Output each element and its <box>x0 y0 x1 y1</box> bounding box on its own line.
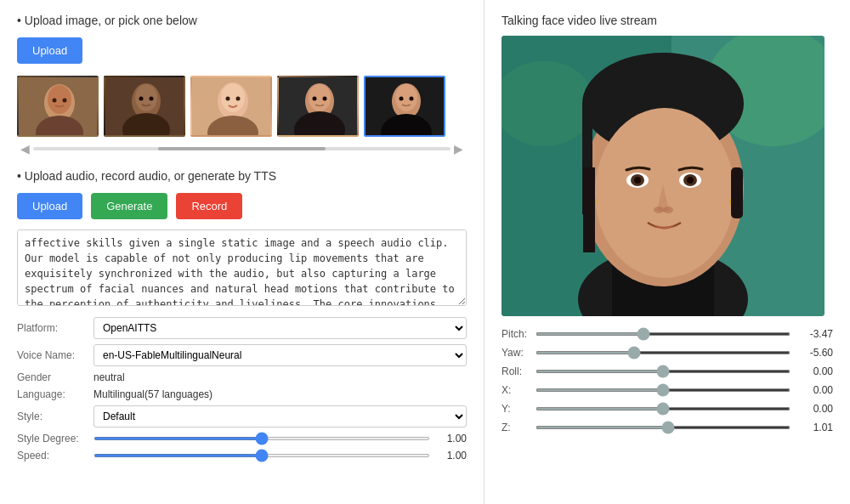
audio-section: Upload audio, record audio, or generate … <box>17 169 467 462</box>
audio-generate-button[interactable]: Generate <box>91 193 167 219</box>
scroll-left-arrow[interactable]: ◀ <box>17 142 33 156</box>
stream-title: Talking face video live stream <box>502 14 833 27</box>
face-thumb-5[interactable] <box>364 76 445 137</box>
z-value: 1.01 <box>790 422 833 433</box>
face-display <box>502 36 824 316</box>
x-value: 0.00 <box>790 384 833 396</box>
svg-point-28 <box>400 97 404 101</box>
voice-name-select[interactable]: en-US-FableMultilingualNeural <box>94 344 467 366</box>
svg-point-17 <box>236 97 241 101</box>
y-label: Y: <box>502 403 536 415</box>
scroll-thumb <box>158 147 325 150</box>
style-label: Style: <box>17 411 94 422</box>
left-panel: Upload image, or pick one below Upload <box>0 0 484 504</box>
svg-point-27 <box>395 84 417 111</box>
upload-image-button[interactable]: Upload <box>17 37 82 64</box>
thumb-svg-4 <box>279 77 359 137</box>
speed-value: 1.00 <box>437 450 467 462</box>
style-select[interactable]: Default <box>94 405 467 428</box>
svg-rect-51 <box>731 167 743 218</box>
thumb-svg-2 <box>105 77 185 137</box>
audio-record-button[interactable]: Record <box>176 193 242 219</box>
yaw-label: Yaw: <box>502 347 536 359</box>
thumb-svg-3 <box>192 77 272 137</box>
svg-point-23 <box>323 97 327 101</box>
svg-point-42 <box>634 177 641 184</box>
z-label: Z: <box>502 422 536 433</box>
y-slider[interactable] <box>536 407 790 411</box>
pitch-label: Pitch: <box>502 328 536 340</box>
pitch-value: -3.47 <box>790 328 833 340</box>
style-degree-slider[interactable] <box>94 437 430 440</box>
svg-point-22 <box>313 97 317 101</box>
style-degree-label: Style Degree: <box>17 433 94 445</box>
face-thumb-3[interactable] <box>190 76 272 137</box>
svg-point-29 <box>410 97 414 101</box>
image-section-title: Upload image, or pick one below <box>17 14 467 27</box>
roll-label: Roll: <box>502 365 536 377</box>
language-value: Multilingual(57 languages) <box>94 388 467 400</box>
z-slider[interactable] <box>536 426 790 429</box>
face-thumb-2[interactable] <box>104 76 185 137</box>
gender-label: Gender <box>17 371 94 383</box>
image-scrollbar[interactable]: ◀ ▶ <box>17 142 467 156</box>
svg-point-47 <box>663 207 673 213</box>
face-display-svg <box>502 36 824 316</box>
svg-point-16 <box>226 97 230 101</box>
svg-point-10 <box>139 97 144 101</box>
tts-text-area[interactable] <box>17 229 467 306</box>
yaw-slider[interactable] <box>536 351 790 354</box>
svg-point-9 <box>135 84 157 111</box>
settings-grid: Platform: OpenAITTS Voice Name: en-US-Fa… <box>17 317 467 462</box>
face-thumb-4[interactable] <box>277 76 359 137</box>
thumb-svg-1 <box>19 77 99 137</box>
right-panel: Talking face video live stream <box>484 0 850 504</box>
main-container: Upload image, or pick one below Upload <box>0 0 850 504</box>
audio-upload-button[interactable]: Upload <box>17 193 82 219</box>
svg-point-5 <box>63 99 67 103</box>
face-thumb-1[interactable] <box>17 76 99 137</box>
svg-point-46 <box>654 207 664 213</box>
y-value: 0.00 <box>790 403 833 415</box>
x-slider[interactable] <box>536 388 790 392</box>
voice-name-label: Voice Name: <box>17 349 94 361</box>
style-degree-row: 1.00 <box>94 433 467 445</box>
roll-value: 0.00 <box>790 365 833 377</box>
svg-point-4 <box>53 99 57 103</box>
scroll-track[interactable] <box>33 147 450 150</box>
thumb-svg-5 <box>366 77 445 137</box>
speed-row: 1.00 <box>94 450 467 462</box>
image-strip <box>17 76 467 137</box>
style-degree-value: 1.00 <box>437 433 467 445</box>
svg-point-45 <box>687 177 694 184</box>
scroll-right-arrow[interactable]: ▶ <box>450 142 467 156</box>
params-grid: Pitch: -3.47 Yaw: -5.60 Roll: 0.00 X: 0.… <box>502 328 833 433</box>
yaw-value: -5.60 <box>790 347 833 359</box>
speed-slider[interactable] <box>94 454 430 457</box>
language-label: Language: <box>17 388 94 400</box>
platform-select[interactable]: OpenAITTS <box>94 317 467 339</box>
platform-label: Platform: <box>17 322 94 334</box>
audio-section-title: Upload audio, record audio, or generate … <box>17 169 467 183</box>
pitch-slider[interactable] <box>536 332 790 336</box>
roll-slider[interactable] <box>536 370 790 373</box>
svg-point-11 <box>150 97 154 101</box>
gender-value: neutral <box>94 371 467 383</box>
audio-buttons: Upload Generate Record <box>17 193 467 219</box>
svg-rect-50 <box>583 167 595 252</box>
x-label: X: <box>502 384 536 396</box>
svg-point-3 <box>48 85 71 114</box>
svg-point-21 <box>309 84 331 111</box>
speed-label: Speed: <box>17 450 94 462</box>
